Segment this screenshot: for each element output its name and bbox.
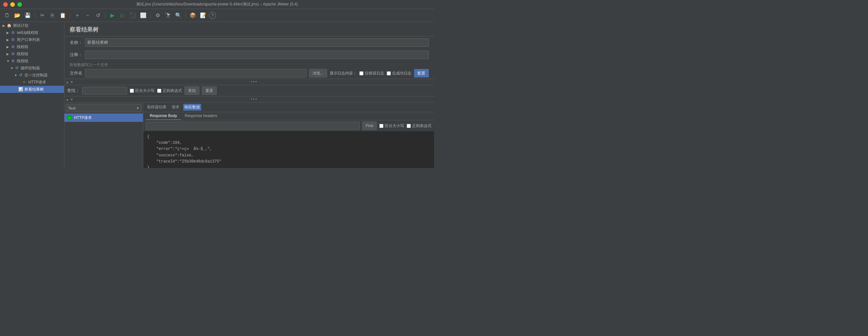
response-case-item: 区分大小写 [379,123,404,129]
log-btn[interactable]: 📝 [199,11,208,20]
sidebar-item-label: HTTP请求 [28,80,46,85]
result-left: Text ▼ ✓ HTTP请求 [64,103,143,168]
up-arrow-icon: ▲ [66,80,69,84]
new-btn[interactable]: 🗒 [3,11,11,20]
thread3-icon: ⚙ [10,58,16,63]
sidebar-item-test-plan[interactable]: ▶ 🏠 测试计划 [0,22,64,29]
comment-label: 注释： [69,52,83,58]
regex-item: 正则表达式 [157,88,182,93]
result-icon: 📊 [18,87,23,92]
success-icon: ✓ [67,115,72,120]
minimize-btn[interactable] [10,2,15,7]
browse-button[interactable]: 浏览... [309,69,327,77]
format-dropdown[interactable]: Text ▼ [66,104,142,112]
plan-icon: 🏠 [6,23,11,28]
file-input[interactable] [85,69,307,77]
sidebar-item-thread2[interactable]: ▶ ⚙ 线程组 [0,50,64,57]
sidebar-item-once-ctrl[interactable]: ▼ ↺ 仅一次控制器 [0,72,64,79]
clear-btn[interactable]: ↺ [93,11,102,20]
add-btn[interactable]: + [73,11,82,20]
copy-btn[interactable]: ⎘ [48,11,57,20]
success-log-checkbox[interactable] [387,71,391,76]
tab-response-data[interactable]: 响应数据 [183,104,201,111]
stop-btn[interactable]: ⬛ [128,11,137,20]
reset-button[interactable]: 重置 [202,86,217,95]
open-btn[interactable]: 📂 [13,11,22,20]
sidebar: ▶ 🏠 测试计划 ▶ ⚙ setUp线程组 ▶ ⚙ 用户订单列表 ▶ ⚙ 线程组… [0,22,64,168]
error-log-checkbox[interactable] [359,71,364,76]
result-left-toolbar: Text ▼ [64,103,143,113]
dropdown-value: Text [68,106,76,111]
case-sensitive-item: 区分大小写 [130,88,155,93]
result-right: 取样器结果 请求 响应数据 Response Body Response hea… [143,103,434,168]
response-regex-checkbox[interactable] [407,124,411,128]
loop-icon: ↺ [14,65,19,71]
response-body-text: { "code":104, "error":"ç³»ç» å¼-å¸,", "s… [147,135,221,168]
name-row: 名称： [64,36,434,49]
config-button[interactable]: 配置 [414,69,429,77]
response-find-button[interactable]: Find [362,121,377,130]
up-arrow-icon2: ▲ [66,98,69,101]
sep1 [35,12,35,19]
name-label: 名称： [69,40,83,46]
stop2-btn[interactable]: ⬜ [139,11,148,20]
arrow-icon: ▶ [6,38,10,41]
response-regex-item: 正则表达式 [407,123,431,129]
response-area: Response Body Response headers Find 区分大小… [143,112,434,168]
maximize-btn[interactable] [18,2,22,7]
sidebar-item-http-req[interactable]: ▶ ✏ HTTP请求 [0,79,64,86]
sidebar-item-thread3[interactable]: ▼ ⚙ 线程组 [0,57,64,64]
response-headers-tab[interactable]: Response headers [181,112,221,120]
paste-btn[interactable]: 📋 [58,11,67,20]
search-btn[interactable]: 🔍 [174,11,183,20]
response-case-checkbox[interactable] [379,124,383,128]
response-body-tab[interactable]: Response Body [146,112,181,120]
comment-input[interactable] [85,51,429,59]
result-list: ✓ HTTP请求 [64,113,143,168]
error-log-label: 仅错误日志 [365,71,384,76]
success-log-checkbox-item: 仅成功日志 [387,71,411,76]
arrow-icon: ▼ [6,59,10,63]
comment-row: 注释： [64,49,434,61]
help-btn[interactable]: ? [209,12,216,19]
template-btn[interactable]: 📦 [188,11,197,20]
title-bar: 测试.jmx (/Users/shileizhou/Downloads/apac… [0,0,434,9]
case-sensitive-label: 区分大小写 [135,88,155,93]
tab-request[interactable]: 请求 [170,104,181,111]
name-input[interactable] [85,38,429,47]
divider-2: ▲ ▼ • • • [64,96,434,103]
sidebar-item-label: 线程组 [17,44,28,50]
window-title: 测试.jmx (/Users/shileizhou/Downloads/apac… [136,2,298,7]
sidebar-item-label: 循环控制器 [21,65,40,71]
close-btn[interactable] [3,2,8,7]
sidebar-item-thread1[interactable]: ▶ ⚙ 线程组 [0,43,64,50]
regex-checkbox[interactable] [157,89,161,93]
arrow-icon: ▼ [14,74,18,77]
sidebar-item-label: 线程组 [17,58,28,64]
tab-sampler-result[interactable]: 取样器结果 [146,104,168,111]
sidebar-item-loop-ctrl[interactable]: ▼ ↺ 循环控制器 [0,64,64,72]
sidebar-item-user-order[interactable]: ▶ ⚙ 用户订单列表 [0,36,64,43]
settings-btn[interactable]: ⚙ [153,11,162,20]
sep2 [70,12,70,19]
remote-btn[interactable]: 🔭 [163,11,173,20]
cut-btn[interactable]: ✂ [38,11,47,20]
run-remote-btn[interactable]: ▷ [118,11,127,20]
case-sensitive-checkbox[interactable] [130,89,134,93]
save-btn[interactable]: 💾 [23,11,32,20]
window-controls[interactable] [3,2,22,7]
sidebar-item-setup[interactable]: ▶ ⚙ setUp线程组 [0,29,64,36]
remove-btn[interactable]: − [83,11,92,20]
down-arrow-icon2: ▼ [70,98,73,101]
thread1-icon: ⚙ [10,44,16,49]
item-label: HTTP请求 [74,115,92,120]
response-find-input[interactable] [146,122,360,130]
toolbar: 🗒 📂 💾 ✂ ⎘ 📋 + − ↺ ▶ ▷ ⬛ ⬜ ⚙ 🔭 🔍 📦 📝 ? [0,9,434,22]
sidebar-item-view-result[interactable]: ▶ 📊 察看结果树 [0,86,64,93]
sidebar-item-label: 测试计划 [13,23,28,28]
find-button[interactable]: 查找 [184,86,199,95]
run-btn[interactable]: ▶ [108,11,117,20]
sidebar-item-label: 线程组 [17,51,28,57]
search-input[interactable] [82,87,127,94]
list-item[interactable]: ✓ HTTP请求 [64,113,143,122]
